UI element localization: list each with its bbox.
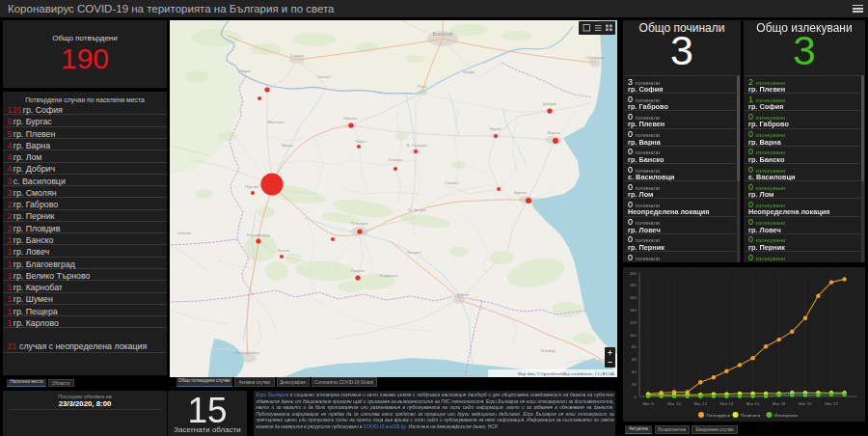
svg-text:Mar 22: Mar 22 — [825, 401, 838, 406]
svg-text:60: 60 — [632, 357, 637, 362]
svg-text:180: 180 — [630, 283, 637, 287]
svg-text:Mar 10: Mar 10 — [667, 401, 681, 406]
svg-text:Добрич: Добрич — [543, 101, 556, 106]
svg-text:120: 120 — [630, 320, 637, 325]
svg-text:Потвърдени: Потвърдени — [707, 413, 731, 418]
svg-text:Caracal: Caracal — [317, 75, 330, 79]
svg-text:Бургас: Бургас — [514, 190, 528, 195]
svg-text:Видин: Видин — [239, 68, 251, 73]
svg-text:Враца: Враца — [282, 143, 293, 148]
svg-text:Банско: Банско — [277, 248, 290, 253]
svg-text:Хасково: Хасково — [406, 250, 421, 255]
svg-text:Плевен: Плевен — [343, 116, 358, 121]
svg-text:Варна: Варна — [548, 130, 560, 135]
svg-text:Θεσσαλονίκη: Θεσσαλονίκη — [234, 350, 259, 355]
svg-text:Благоевград: Благоевград — [247, 232, 270, 237]
svg-text:20: 20 — [632, 382, 637, 387]
svg-text:Монтана: Монтана — [267, 120, 285, 124]
svg-text:Craiova: Craiova — [290, 53, 305, 58]
svg-text:200: 200 — [630, 271, 637, 276]
svg-text:Map data © OpenStreetMap contr: Map data © OpenStreetMap contributors, C… — [518, 371, 614, 376]
svg-text:Скопие: Скопие — [177, 231, 192, 235]
svg-text:București: București — [433, 31, 453, 37]
svg-text:Кърджали: Кърджали — [380, 273, 398, 278]
svg-text:Излекувани: Излекувани — [774, 413, 798, 418]
svg-text:Mar 12: Mar 12 — [693, 401, 707, 406]
svg-text:Mar 16: Mar 16 — [746, 401, 760, 406]
svg-text:100: 100 — [630, 333, 637, 338]
svg-text:Пловдив: Пловдив — [351, 221, 369, 226]
svg-text:0: 0 — [635, 395, 637, 399]
svg-text:Mar 8: Mar 8 — [642, 401, 654, 406]
svg-text:Constanța: Constanța — [585, 55, 605, 60]
svg-text:В. Търново: В. Търново — [407, 143, 428, 148]
svg-text:Габрово: Габрово — [388, 157, 403, 162]
svg-text:Edirne: Edirne — [457, 292, 470, 297]
svg-text:Mar 18: Mar 18 — [773, 401, 786, 406]
svg-text:Починали: Починали — [741, 413, 761, 418]
svg-text:Tekirdağ: Tekirdağ — [540, 348, 555, 353]
svg-text:Mar 14: Mar 14 — [720, 401, 734, 406]
svg-text:160: 160 — [630, 295, 637, 300]
svg-text:Смолян: Смолян — [351, 268, 365, 273]
svg-text:Шумен: Шумен — [490, 126, 502, 131]
svg-text:Перник: Перник — [245, 184, 258, 189]
svg-text:Русе: Русе — [418, 84, 427, 89]
svg-text:140: 140 — [630, 308, 637, 313]
svg-text:Mar 20: Mar 20 — [799, 401, 812, 406]
svg-text:Giurgiu: Giurgiu — [463, 70, 475, 74]
svg-text:80: 80 — [632, 344, 637, 349]
svg-text:Ловеч: Ловеч — [355, 139, 366, 144]
svg-text:40: 40 — [632, 369, 637, 374]
svg-text:Сливен: Сливен — [445, 180, 458, 185]
svg-text:Ст. Загора: Ст. Загора — [407, 207, 426, 212]
